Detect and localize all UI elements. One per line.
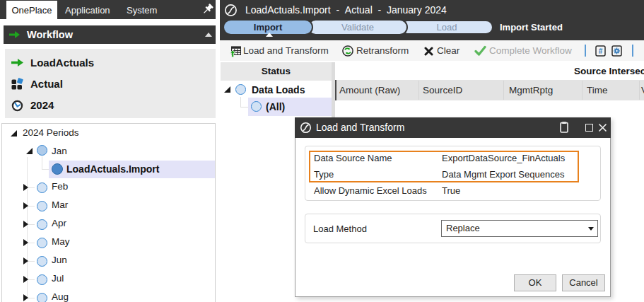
svg-text:#: # xyxy=(599,47,603,55)
